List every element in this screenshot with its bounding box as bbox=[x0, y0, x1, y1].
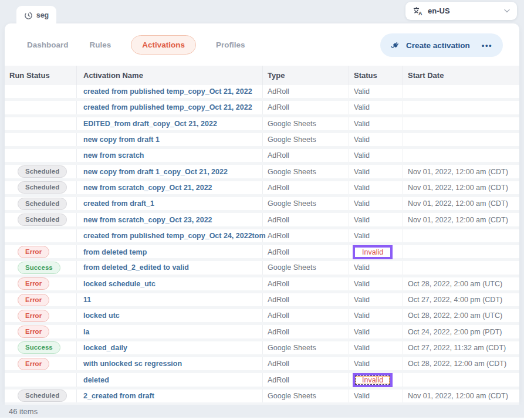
status-value: Valid bbox=[354, 184, 370, 192]
tab-profiles[interactable]: Profiles bbox=[215, 36, 246, 54]
activation-name-cell: EDITED_from draft_copy_Oct 21, 2022 bbox=[77, 117, 263, 130]
table-row: Errorlocked utcAdRollValidOct 28, 2022, … bbox=[5, 309, 519, 325]
type-cell: AdRoll bbox=[263, 373, 349, 387]
activation-name-link[interactable]: locked utc bbox=[83, 311, 120, 320]
start-date-cell bbox=[403, 245, 519, 259]
svg-text:A: A bbox=[418, 11, 422, 16]
status-value: Valid bbox=[354, 344, 370, 352]
start-date-cell: Oct 28, 2022, 12:00 am (CDT) bbox=[403, 357, 519, 370]
status-cell: Invalid bbox=[349, 245, 403, 259]
table-row: new from scratchAdRollValid bbox=[5, 149, 519, 165]
activation-name-link[interactable]: deleted bbox=[83, 376, 109, 384]
status-value: Valid bbox=[354, 328, 370, 336]
activation-name-link[interactable]: from deleted temp bbox=[83, 248, 147, 256]
start-date-cell: Oct 24, 2022, 2:00 pm (PDT) bbox=[403, 325, 519, 338]
table-row: Scheduledcreated from draft_1Google Shee… bbox=[5, 197, 519, 213]
run-status-badge: Error bbox=[18, 310, 49, 322]
run-status-cell: Error bbox=[5, 309, 77, 322]
tab-activations[interactable]: Activations bbox=[131, 35, 196, 55]
activation-name-cell: locked utc bbox=[77, 309, 263, 322]
type-cell: AdRoll bbox=[263, 181, 349, 194]
activation-name-link[interactable]: 11 bbox=[83, 296, 91, 304]
run-status-cell: Error bbox=[5, 245, 77, 259]
activation-name-link[interactable]: 2_created from draft bbox=[83, 392, 154, 400]
activation-name-cell: with unlocked sc regression bbox=[77, 357, 263, 370]
status-cell: Valid bbox=[349, 389, 403, 402]
activation-name-link[interactable]: created from draft_1 bbox=[83, 199, 154, 208]
activations-panel: Dashboard Rules Activations Profiles Cre… bbox=[5, 23, 519, 405]
table-row: created from published temp_copy_Oct 21,… bbox=[5, 101, 519, 117]
status-cell: Valid bbox=[349, 117, 403, 130]
activation-name-link[interactable]: from deleted_2_edited to valid bbox=[83, 263, 189, 272]
start-date-cell bbox=[403, 85, 519, 98]
status-cell: Valid bbox=[349, 181, 403, 194]
activation-name-link[interactable]: with unlocked sc regression bbox=[83, 360, 182, 368]
type-cell: AdRoll bbox=[263, 85, 349, 98]
run-status-cell: Error bbox=[5, 277, 77, 290]
status-cell: Valid bbox=[349, 309, 403, 322]
type-cell: Google Sheets bbox=[263, 261, 349, 274]
activation-name-cell: created from published temp_copy_Oct 21,… bbox=[77, 85, 263, 98]
activation-name-cell: deleted bbox=[77, 373, 263, 387]
type-cell: AdRoll bbox=[263, 325, 349, 338]
status-cell: Valid bbox=[349, 133, 403, 146]
table-row: Schedulednew copy from draft 1_copy_Oct … bbox=[5, 165, 519, 181]
run-status-badge: Scheduled bbox=[18, 389, 67, 402]
type-cell: Google Sheets bbox=[263, 117, 349, 130]
activation-name-link[interactable]: new copy from draft 1_copy_Oct 21, 2022 bbox=[83, 168, 228, 176]
start-date-cell: Oct 28, 2022, 2:00 am (UTC) bbox=[403, 277, 519, 290]
table-row: deletedAdRollInvalid bbox=[5, 373, 519, 389]
activation-name-link[interactable]: new from scratch bbox=[83, 151, 144, 160]
table-row: Schedulednew from scratch_copy_Oct 21, 2… bbox=[5, 181, 519, 197]
type-cell: AdRoll bbox=[263, 149, 349, 162]
run-status-badge: Scheduled bbox=[18, 165, 67, 178]
activation-name-cell: created from published temp_copy_Oct 21,… bbox=[77, 101, 263, 114]
status-value: Valid bbox=[354, 120, 370, 128]
activation-name-cell: new copy from draft 1_copy_Oct 21, 2022 bbox=[77, 165, 263, 178]
status-value: Valid bbox=[354, 311, 370, 320]
run-status-cell: Scheduled bbox=[5, 181, 77, 194]
create-activation-button[interactable]: Create activation ••• bbox=[380, 33, 503, 57]
table-row: created from published temp_copy_Oct 21,… bbox=[5, 85, 519, 101]
activation-name-link[interactable]: locked schedule_utc bbox=[83, 280, 155, 288]
page-bottom-edge bbox=[0, 418, 524, 420]
more-actions-button[interactable]: ••• bbox=[482, 41, 492, 50]
status-cell: Valid bbox=[349, 213, 403, 226]
table-body: created from published temp_copy_Oct 21,… bbox=[5, 85, 519, 405]
status-value: Valid bbox=[354, 296, 370, 304]
type-cell: Google Sheets bbox=[263, 197, 349, 210]
type-cell: Google Sheets bbox=[263, 389, 349, 402]
column-header-status: Status bbox=[349, 66, 403, 85]
start-date-cell: Nov 01, 2022, 12:00 am (CDT) bbox=[403, 197, 519, 210]
activation-name-cell: from deleted_2_edited to valid bbox=[77, 261, 263, 274]
tab-rules[interactable]: Rules bbox=[89, 36, 113, 54]
activation-name-link[interactable]: new from scratch_copy_Oct 21, 2022 bbox=[83, 184, 212, 192]
table-row: Schedulednew from scratch_copy_Oct 23, 2… bbox=[5, 213, 519, 229]
status-cell: Valid bbox=[349, 325, 403, 338]
document-tab-seg[interactable]: seg bbox=[16, 6, 56, 25]
activation-name-link[interactable]: created from published temp_copy_Oct 24,… bbox=[83, 232, 266, 240]
activation-name-link[interactable]: new copy from draft 1 bbox=[83, 136, 160, 144]
activation-name-link[interactable]: created from published temp_copy_Oct 21,… bbox=[83, 103, 252, 111]
table-row: Scheduled2_created from draftGoogle Shee… bbox=[5, 389, 519, 405]
activation-name-cell: locked schedule_utc bbox=[77, 277, 263, 290]
type-cell: AdRoll bbox=[263, 357, 349, 370]
activation-name-cell: new from scratch_copy_Oct 23, 2022 bbox=[77, 213, 263, 226]
activation-name-link[interactable]: EDITED_from draft_copy_Oct 21, 2022 bbox=[83, 120, 217, 128]
run-status-cell bbox=[5, 133, 77, 146]
activation-name-link[interactable]: locked_daily bbox=[83, 344, 127, 352]
status-value: Invalid bbox=[355, 248, 390, 257]
activation-name-cell: created from published temp_copy_Oct 24,… bbox=[77, 229, 263, 242]
tab-dashboard[interactable]: Dashboard bbox=[26, 36, 70, 54]
activation-name-cell: 2_created from draft bbox=[77, 389, 263, 402]
type-cell: AdRoll bbox=[263, 293, 349, 306]
table-row: EDITED_from draft_copy_Oct 21, 2022Googl… bbox=[5, 117, 519, 133]
activation-name-link[interactable]: created from published temp_copy_Oct 21,… bbox=[83, 87, 252, 96]
activation-name-link[interactable]: la bbox=[83, 328, 89, 336]
activation-name-link[interactable]: new from scratch_copy_Oct 23, 2022 bbox=[83, 216, 212, 224]
activation-name-cell: la bbox=[77, 325, 263, 338]
type-cell: AdRoll bbox=[263, 309, 349, 322]
run-status-cell bbox=[5, 101, 77, 114]
language-selector[interactable]: A en-US bbox=[405, 2, 517, 20]
type-cell: AdRoll bbox=[263, 213, 349, 226]
